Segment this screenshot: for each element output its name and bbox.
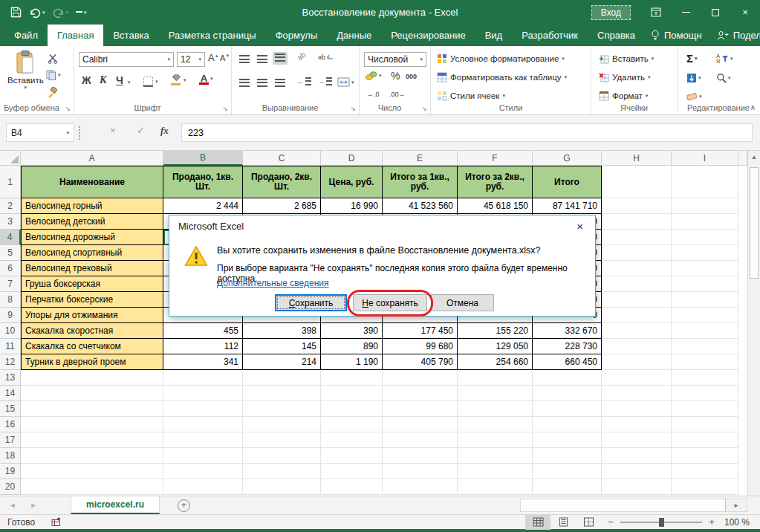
cell-G16[interactable]	[533, 417, 602, 432]
number-dialog-launcher[interactable]: ↘	[421, 105, 427, 112]
borders-button[interactable]: ▾	[143, 76, 158, 87]
cell-D17[interactable]	[321, 432, 383, 448]
cell-E11[interactable]: 99 680	[383, 339, 458, 354]
clipboard-dialog-launcher[interactable]: ↘	[65, 105, 71, 112]
cell-I1[interactable]	[672, 166, 738, 198]
cell-B1[interactable]: Продано, 1кв. Шт.	[163, 166, 243, 198]
tab-insert[interactable]: Вставка	[103, 25, 158, 46]
align-left-icon[interactable]	[239, 79, 250, 87]
cell-F10[interactable]: 155 220	[458, 323, 533, 339]
cell-H15[interactable]	[602, 401, 672, 417]
cell-I10[interactable]	[672, 323, 738, 339]
dont-save-button[interactable]: Не сохранять	[353, 294, 427, 311]
insert-cells-button[interactable]: Вставить ▾	[599, 53, 654, 64]
sheet-tab[interactable]: microexcel.ru	[71, 496, 160, 514]
cell-H1[interactable]	[602, 166, 672, 198]
cell-C15[interactable]	[243, 401, 321, 417]
cell-E2[interactable]: 41 523 560	[383, 198, 458, 214]
cell-A13[interactable]	[21, 370, 163, 386]
column-header-B[interactable]: B	[163, 151, 243, 166]
tab-home[interactable]: Главная	[48, 25, 103, 46]
confirm-entry-icon[interactable]: ✓	[137, 125, 145, 136]
cancel-entry-icon[interactable]: ×	[110, 125, 116, 136]
clear-button[interactable]: ▾	[686, 92, 702, 101]
cell-C14[interactable]	[243, 386, 321, 401]
tab-formulas[interactable]: Формулы	[266, 25, 328, 46]
cell-E12[interactable]: 405 790	[383, 354, 458, 370]
share-button[interactable]: Поделиться	[711, 30, 760, 41]
paste-dropdown-icon[interactable]: ▾	[7, 85, 44, 91]
column-header-F[interactable]: F	[458, 151, 533, 166]
cell-I12[interactable]	[672, 354, 738, 370]
cell-I17[interactable]	[672, 432, 738, 448]
cell-A1[interactable]: Наименование	[21, 166, 163, 198]
tell-me-button[interactable]: Помощн	[645, 30, 708, 41]
cell-A10[interactable]: Скакалка скоростная	[21, 323, 163, 339]
cell-D11[interactable]: 890	[321, 339, 383, 354]
cell-A14[interactable]	[21, 386, 163, 401]
cell-B10[interactable]: 455	[163, 323, 243, 339]
cell-I8[interactable]	[672, 292, 738, 308]
column-header-E[interactable]: E	[383, 151, 458, 166]
cell-E18[interactable]	[383, 448, 458, 464]
align-right-icon[interactable]	[275, 79, 285, 87]
cell-I19[interactable]	[672, 464, 738, 479]
cell-D19[interactable]	[321, 464, 383, 479]
underline-button[interactable]: Ч	[116, 74, 123, 86]
cell-A20[interactable]	[21, 479, 163, 495]
cell-E17[interactable]	[383, 432, 458, 448]
paste-button[interactable]: Вставить ▾	[7, 51, 44, 91]
font-color-button[interactable]: А ▾	[199, 73, 213, 85]
new-sheet-button[interactable]: +	[178, 499, 190, 512]
decrease-indent-button[interactable]: ←	[297, 77, 311, 85]
cell-C20[interactable]	[243, 479, 321, 495]
cell-A8[interactable]: Перчатки боксерские	[21, 292, 163, 308]
maximize-button[interactable]	[701, 0, 730, 25]
row-header-19[interactable]: 19	[0, 464, 21, 479]
cell-G13[interactable]	[533, 370, 602, 386]
normal-view-button[interactable]	[525, 515, 550, 530]
row-header-6[interactable]: 6	[0, 261, 21, 276]
grow-font-button[interactable]: А▲	[208, 52, 219, 63]
row-header-10[interactable]: 10	[0, 323, 21, 339]
row-header-17[interactable]: 17	[0, 432, 21, 448]
cell-C18[interactable]	[243, 448, 321, 464]
cell-H11[interactable]	[602, 339, 672, 354]
cell-I20[interactable]	[672, 479, 738, 495]
select-all-corner[interactable]	[0, 151, 21, 166]
cell-B11[interactable]: 112	[163, 339, 243, 354]
cell-H6[interactable]	[602, 261, 672, 276]
cell-H18[interactable]	[602, 448, 672, 464]
horizontal-scroll-thumb[interactable]	[521, 499, 726, 511]
font-name-combo[interactable]: Calibri ▾	[79, 52, 174, 67]
row-header-3[interactable]: 3	[0, 214, 21, 230]
align-top-icon[interactable]	[239, 55, 250, 63]
cell-A7[interactable]: Груша боксерская	[21, 276, 163, 292]
cell-I11[interactable]	[672, 339, 738, 354]
horizontal-scrollbar[interactable]: ►	[520, 499, 747, 512]
accounting-format-button[interactable]: ▾	[366, 71, 382, 80]
cell-A18[interactable]	[21, 448, 163, 464]
copy-button[interactable]: ▾	[46, 70, 61, 80]
redo-button[interactable]: ▾	[53, 7, 69, 18]
cell-H4[interactable]	[602, 230, 672, 245]
column-header-D[interactable]: D	[321, 151, 383, 166]
increase-decimal-button[interactable]: ←.0	[367, 91, 380, 98]
minimize-button[interactable]	[671, 0, 701, 25]
scroll-right-icon[interactable]: ►	[726, 499, 747, 511]
column-header-A[interactable]: A	[21, 151, 163, 166]
cell-G17[interactable]	[533, 432, 602, 448]
cell-G19[interactable]	[533, 464, 602, 479]
cell-B18[interactable]	[163, 448, 243, 464]
cell-F20[interactable]	[458, 479, 533, 495]
cell-A16[interactable]	[21, 417, 163, 432]
cell-H16[interactable]	[602, 417, 672, 432]
format-as-table-button[interactable]: Форматировать как таблицу ▾	[437, 72, 567, 82]
save-icon[interactable]	[10, 7, 22, 18]
ribbon-display-options-icon[interactable]	[641, 0, 671, 25]
page-break-view-button[interactable]	[576, 515, 601, 530]
alignment-dialog-launcher[interactable]: ↘	[350, 105, 356, 112]
name-box-splitter[interactable]	[79, 126, 80, 140]
tab-review[interactable]: Рецензирование	[381, 25, 475, 46]
zoom-in-button[interactable]: +	[702, 516, 721, 528]
